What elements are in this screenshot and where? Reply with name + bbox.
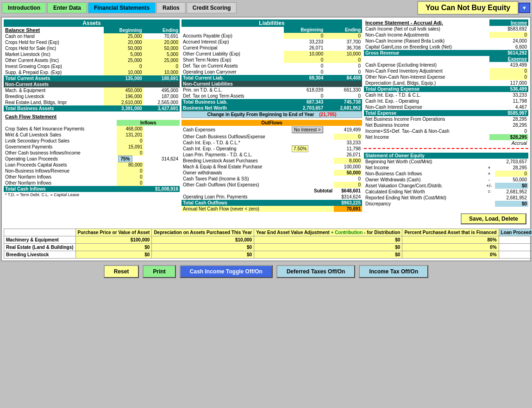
tab-ratios[interactable]: Ratios [156,2,186,13]
cash-income: Cash Income (Net of cull lvstk sales) [364,26,489,32]
print-button[interactable]: Print [143,265,175,278]
other-current-liab: Other Current Liability (Exp) [182,51,284,57]
total-current-liab-beg: 69,304 [284,75,325,81]
re-col3[interactable]: $0 [254,244,402,251]
plus-sign-2: + [483,171,495,177]
deferred-taxes-button[interactable]: Deferred Taxes Off/On [276,265,355,278]
govt-payments: Government Payments [4,144,117,150]
asset-val-value: $0 [495,183,528,189]
cash-int-op-pct[interactable]: 7.50% [292,145,308,152]
tab-financial-statements[interactable]: Financial Statements [88,2,156,13]
mach-equip-row-label: Machinery & Equipment [4,236,76,244]
change-equity-value: (21,705) [319,112,336,117]
reset-button[interactable]: Reset [104,265,139,278]
other-nonfarm-1: Other Nonfarm Inflows [4,174,117,180]
save-load-delete-button[interactable]: Save, Load, Delete [461,213,526,224]
bl-col2[interactable]: $0 [152,251,254,259]
col4-header: Percent Purchased Asset that is Financed [402,229,499,236]
income-stmt-title: Income Statement - Accrual Adj. [364,19,489,26]
non-cash-raised: Non-Cash Income (Raised Brda Lvstk) [364,38,489,44]
change-equity-row: Change in Equity From Beginning to End o… [182,111,362,118]
other-non-cash: Other Non-Cash Non-Interest Expense [364,74,489,80]
net-biz-income-label: Net Business Income [364,122,489,128]
cash-int-op-is: Cash Int. Exp. - Operating [364,98,489,104]
re-col5: $0 [499,244,532,251]
owner-equity-title: Statement of Owner Equity [364,153,528,159]
total-current-assets-ending: 180,691 [144,75,180,81]
breeding-lvstk-row-label: Breeding Livestock [4,251,76,259]
dropdown-arrow-icon[interactable]: ▼ [519,3,530,13]
asset-val-change: Asset Valuation Change/Cont./Distrib. [364,183,483,189]
op-loan-pct[interactable]: 75% [118,155,132,162]
annual-net-cash-value: 70,691 [334,206,362,212]
me-col3[interactable]: $0 [254,236,402,244]
tab-enter-data[interactable]: Enter Data [47,2,87,13]
tab-credit-scoring[interactable]: Credit Scoring [187,2,237,13]
col-beginning-header: Beginning [104,27,143,33]
me-col1[interactable]: $100,000 [75,236,152,244]
non-cash-income-adj: Non-Cash Income Adjustments [364,32,489,38]
non-current-assets-header: Non-Current Assets [4,81,180,87]
no-interest-button[interactable]: No Interest > [292,126,323,133]
me-col2[interactable]: $10,000 [152,236,254,244]
def-tax-current: Def. Tax on Current Assets [182,63,284,69]
short-term-notes: Short Term Notes (Exp) [182,57,284,63]
total-outflows-label: Total Cash Outflows [182,200,334,206]
total-current-assets-beginning: 135,000 [104,75,143,81]
prin-td-cl: Prin. on T.D. & C.L. [182,87,284,93]
non-biz-cash: Non-Business Cash Inflows [364,171,483,177]
total-expense-value: $585,997 [489,110,528,116]
plus-minus-sign: +/- [483,183,495,189]
other-cash-outflows: Other Cash Business Outflows/Expense [182,134,290,140]
loan-proceeds-capital: Loan Proceeds Capital Assets [4,162,117,168]
annual-net-cash-label: Annual Net Cash Flow (never < zero) [182,206,334,212]
liab-beginning-header: Beginning [284,27,325,33]
accounts-payable: Accounts Payable (Exp) [182,33,284,39]
me-col4[interactable]: 80% [402,236,499,244]
col5-header: Loan Proceeds Received [499,229,532,236]
cash-int-td-cl: Cash Int. Exp. - T.D. & C.L.* [182,140,290,146]
discrepancy-value: $0 [495,201,528,207]
col3-header: Year End Asset Value Adjustment + Contri… [254,229,402,236]
total-inflows-label: Total Cash Inflows [4,186,144,192]
non-cash-interest: Non-Cash Interest Expense [364,104,489,110]
gross-revenue-value: $614,292 [489,50,528,56]
mach-equipment: Mach. & Equipment [4,87,104,93]
reported-ending-nw: Reported Ending Net Worth (Cost/Mrkt) [364,195,483,201]
beg-net-worth-label: Beginning Net Worth (Cost/Mrkt) [364,159,483,165]
cap-gain-loss: Capital Gain/Loss on Breeding Lvstk (Net… [364,44,489,50]
table-row: Machinery & Equipment $100,000 $10,000 $… [4,236,532,244]
total-biz-liab-label: Total Business Liab. [182,99,284,105]
table-row: Real Estate (Land & Buildings) $0 $0 $0 … [4,244,532,251]
mach-real-estate-purchase: Mach & Equip & Real Estate Purchase [182,164,290,170]
total-business-assets-label: Total Business Assets [4,105,104,111]
bl-col3[interactable]: $0 [254,251,402,259]
cash-toggle-button[interactable]: Cash Income Toggle Off/On [180,265,273,278]
cash-beginning[interactable]: 25,000 [104,33,143,39]
col2-header: Depreciation on Assets Purchased This Ye… [152,229,254,236]
gross-revenue-label: Gross Revenue [364,50,489,56]
asset-col-spacer [4,229,76,236]
total-current-liab-end: 84,408 [325,75,362,81]
cash-int-op-label: Cash Int. Exp. - Operating [182,146,290,152]
total-business-assets-end: 3,427,691 [144,105,180,111]
re-col1[interactable]: $0 [75,244,152,251]
loan-prin-td-cl: Loan Prin. Payments - T.D. & C.L. [182,152,290,158]
breeding-lvstk-purchase: Breeding Livestock Asset Purchases [182,158,290,164]
re-col2[interactable]: $0 [152,244,254,251]
crops-sale: Crops Held for Sale (Inc) [4,45,104,51]
tab-introduction[interactable]: Introduction [2,2,46,13]
income-tax-button[interactable]: Income Tax Off/On [359,265,428,278]
owner-withdrawals-value[interactable]: 50,000 [334,170,362,176]
re-col4[interactable]: 0% [402,244,499,251]
op-loan-prin-label: Operating Loan Prin. Payments [182,194,334,200]
cash-expense-excl: Cash Expense (Excluding Interest) [364,62,489,68]
net-ops-label: Net Business Income From Operations [364,116,489,122]
depreciation: Depreciation (Land, Bldgs, Equip.) [364,80,489,86]
bl-col4[interactable]: 0% [402,251,499,259]
cash-taxes: Cash Taxes Paid (Income & SS) [182,176,290,182]
accrual-label: Accrual [364,140,528,146]
invest-growing-crops: Invest Growing Crops (Exp) [4,63,104,69]
lvstk-secondary: Lvstk Secondary Product Sales [4,138,117,144]
bl-col1[interactable]: $0 [75,251,152,259]
